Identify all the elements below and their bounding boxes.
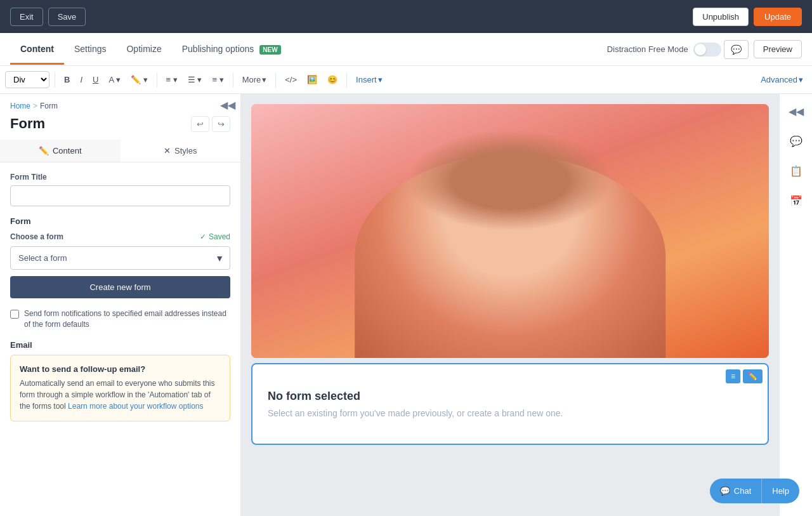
insert-button[interactable]: Insert ▾ (352, 72, 386, 87)
email-section-label: Email (10, 340, 230, 350)
saved-label: Saved (209, 232, 230, 241)
breadcrumb-home[interactable]: Home (10, 102, 30, 110)
chat-label: Chat (734, 486, 751, 496)
choose-form-row: Choose a form ✓ Saved (10, 232, 230, 241)
toolbar-separator-3 (233, 72, 233, 88)
sidebar-tab-styles[interactable]: ✕ Styles (121, 140, 241, 162)
undo-button[interactable]: ↩ (191, 116, 209, 132)
undo-redo-group: ↩ ↪ (191, 116, 230, 132)
choose-form-label: Choose a form (10, 232, 63, 241)
chat-button[interactable]: 💬 Chat (710, 479, 761, 503)
sidebar-tabs: ✏️ Content ✕ Styles (0, 140, 240, 162)
form-title-label: Form Title (10, 173, 230, 182)
breadcrumb: Home > Form (0, 94, 240, 113)
toolbar-separator-5 (346, 72, 347, 88)
email-promo-body: Automatically send an email to everyone … (20, 378, 221, 412)
nav-tabs: Content Settings Optimize Publishing opt… (0, 33, 812, 66)
hero-image (251, 104, 769, 358)
form-section-label: Form (10, 216, 230, 226)
help-button[interactable]: Help (761, 479, 799, 503)
edit-icon: ✏️ (748, 372, 757, 381)
chat-toggle-button[interactable]: 💬 (724, 40, 749, 59)
form-select[interactable]: Select a form (10, 246, 230, 270)
canvas-form-block: ≡ ✏️ No form selected Select an existing… (251, 363, 769, 445)
more-label: More (242, 75, 261, 84)
breadcrumb-current: Form (40, 102, 58, 110)
block-type-select[interactable]: Div (5, 71, 49, 88)
save-button[interactable]: Save (48, 8, 86, 26)
italic-button[interactable]: I (76, 72, 86, 87)
underline-button[interactable]: U (89, 72, 102, 87)
form-edit-button[interactable]: ✏️ (743, 369, 763, 383)
list-button[interactable]: ☰ ▾ (184, 72, 206, 87)
unpublish-button[interactable]: Unpublish (693, 8, 749, 26)
code-button[interactable]: </> (281, 72, 301, 87)
form-title-input[interactable] (10, 185, 230, 206)
redo-button[interactable]: ↪ (212, 116, 230, 132)
sidebar-collapse-button[interactable]: ◀◀ (220, 99, 235, 111)
check-icon: ✓ (200, 232, 206, 241)
content-tab-label: Content (53, 146, 82, 155)
chat-bubble-icon: 💬 (720, 486, 730, 496)
saved-badge: ✓ Saved (200, 232, 230, 241)
toolbar: Div B I U A ▾ ✏️ ▾ ≡ ▾ ☰ ▾ ≡ ▾ More ▾ </… (0, 66, 812, 94)
bold-button[interactable]: B (60, 72, 74, 87)
tab-settings[interactable]: Settings (64, 35, 117, 65)
update-button[interactable]: Update (754, 8, 802, 26)
toolbar-separator-1 (55, 72, 55, 88)
right-panel-calendar-icon[interactable]: 📅 (786, 191, 806, 211)
right-panel-clipboard-icon[interactable]: 📋 (786, 161, 806, 181)
text-color-button[interactable]: A ▾ (105, 72, 124, 87)
sidebar-title-row: Form ↩ ↪ (0, 113, 240, 140)
no-form-title: No form selected (268, 390, 752, 403)
tab-content[interactable]: Content (10, 35, 64, 65)
content-tab-icon: ✏️ (39, 146, 49, 155)
sidebar-title: Form (10, 116, 45, 132)
create-form-button[interactable]: Create new form (10, 276, 230, 298)
right-panel-chat-icon[interactable]: 💬 (786, 131, 806, 151)
advanced-button[interactable]: Advanced ▾ (757, 72, 807, 87)
styles-tab-icon: ✕ (164, 146, 171, 155)
canvas-image-block (251, 104, 769, 358)
form-block-actions: ≡ ✏️ (726, 369, 763, 383)
form-select-wrapper: Select a form ▼ (10, 246, 230, 270)
styles-tab-label: Styles (174, 146, 197, 155)
emoji-button[interactable]: 😊 (324, 72, 341, 87)
notification-checkbox[interactable] (10, 310, 19, 319)
tab-optimize[interactable]: Optimize (116, 35, 171, 65)
preview-button[interactable]: Preview (754, 40, 802, 58)
notification-checkbox-row: Send form notifications to specified ema… (10, 308, 230, 330)
highlight-button[interactable]: ✏️ ▾ (127, 72, 152, 87)
toolbar-separator-2 (157, 72, 157, 88)
insert-label: Insert (356, 75, 377, 84)
notification-label: Send form notifications to specified ema… (24, 308, 230, 330)
distraction-free-switch[interactable] (693, 43, 721, 56)
form-align-button[interactable]: ≡ (726, 369, 740, 383)
exit-button[interactable]: Exit (10, 8, 43, 26)
email-promo-box: Want to send a follow-up email? Automati… (10, 355, 230, 421)
no-form-body: Select an existing form you've made prev… (268, 408, 752, 418)
breadcrumb-separator: > (33, 102, 37, 110)
tab-publishing[interactable]: Publishing options NEW (172, 35, 291, 65)
indent-button[interactable]: ≡ ▾ (208, 72, 227, 87)
advanced-label: Advanced (761, 75, 797, 84)
top-bar: Exit Save Unpublish Update (0, 0, 812, 33)
toolbar-separator-4 (275, 72, 276, 88)
canvas-area: ≡ ✏️ No form selected Select an existing… (241, 94, 779, 516)
top-bar-right: Unpublish Update (693, 8, 802, 26)
image-button[interactable]: 🖼️ (303, 72, 321, 87)
more-button[interactable]: More ▾ (239, 72, 271, 87)
align-button[interactable]: ≡ ▾ (162, 72, 181, 87)
distraction-free-toggle: Distraction Free Mode (607, 43, 721, 56)
email-promo-title: Want to send a follow-up email? (20, 364, 221, 374)
sidebar-content: Form Title Form Choose a form ✓ Saved Se… (0, 162, 240, 432)
right-panel-collapse-icon[interactable]: ◀◀ (785, 102, 808, 121)
top-bar-left: Exit Save (10, 8, 86, 26)
right-panel: ◀◀ 💬 📋 📅 (779, 94, 812, 516)
new-badge: NEW (259, 45, 280, 55)
main-layout: ◀◀ Home > Form Form ↩ ↪ ✏️ Content ✕ Sty… (0, 94, 812, 516)
distraction-free-label: Distraction Free Mode (607, 44, 688, 54)
email-promo-link[interactable]: Learn more about your workflow options (68, 402, 203, 411)
sidebar-tab-content[interactable]: ✏️ Content (0, 140, 121, 162)
chat-widget: 💬 Chat Help (710, 479, 799, 503)
